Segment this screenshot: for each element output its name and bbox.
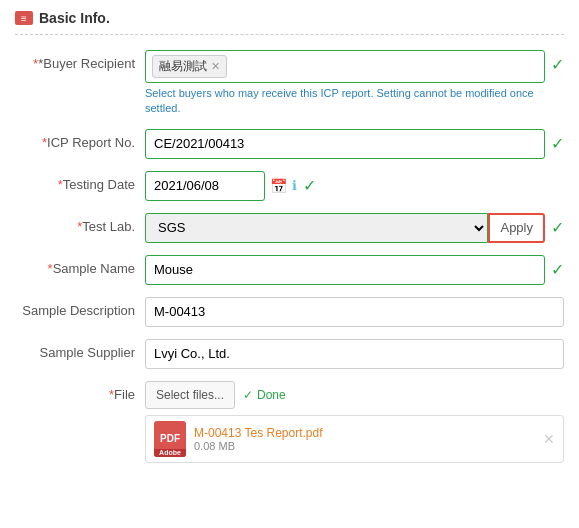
- icp-report-label: *ICP Report No.: [15, 129, 145, 150]
- done-status: ✓ Done: [243, 388, 286, 402]
- file-item: PDF Adobe M-00413 Tes Report.pdf 0.08 MB…: [145, 415, 564, 463]
- file-field: Select files... ✓ Done PDF Adobe M-00413…: [145, 381, 564, 463]
- file-delete-icon[interactable]: ✕: [543, 431, 555, 447]
- file-label: *File: [15, 381, 145, 402]
- sample-description-field: [145, 297, 564, 327]
- icp-report-check-icon: ✓: [551, 129, 564, 153]
- testing-date-label: *Testing Date: [15, 171, 145, 192]
- buyer-recipient-input[interactable]: 融易測試 ✕: [145, 50, 545, 83]
- test-lab-select[interactable]: SGS: [145, 213, 488, 243]
- sample-supplier-label: Sample Supplier: [15, 339, 145, 360]
- sample-name-input[interactable]: [145, 255, 545, 285]
- adobe-bar: Adobe: [154, 449, 186, 457]
- file-size: 0.08 MB: [194, 440, 535, 452]
- file-info: M-00413 Tes Report.pdf 0.08 MB: [194, 426, 535, 452]
- buyer-recipient-row: **Buyer Recipient 融易測試 ✕ Select buyers w…: [15, 50, 564, 117]
- icp-report-input[interactable]: [145, 129, 545, 159]
- sample-name-row: *Sample Name ✓: [15, 255, 564, 285]
- sample-name-label: *Sample Name: [15, 255, 145, 276]
- buyer-recipient-field: 融易測試 ✕ Select buyers who may receive thi…: [145, 50, 564, 117]
- section-icon: ≡: [15, 11, 33, 25]
- pdf-icon: PDF Adobe: [154, 421, 186, 457]
- section-title: Basic Info.: [39, 10, 110, 26]
- select-files-button[interactable]: Select files...: [145, 381, 235, 409]
- buyer-recipient-label: **Buyer Recipient: [15, 50, 145, 71]
- info-icon[interactable]: ℹ: [292, 178, 297, 193]
- test-lab-field: SGS Apply ✓: [145, 213, 564, 243]
- apply-button[interactable]: Apply: [488, 213, 545, 243]
- icp-report-field: ✓: [145, 129, 564, 159]
- sample-supplier-input[interactable]: [145, 339, 564, 369]
- buyer-recipient-hint: Select buyers who may receive this ICP r…: [145, 86, 545, 117]
- done-check-icon: ✓: [243, 388, 253, 402]
- sample-name-check-icon: ✓: [551, 255, 564, 279]
- test-lab-label: *Test Lab.: [15, 213, 145, 234]
- section-header: ≡ Basic Info.: [15, 10, 564, 35]
- buyer-tag: 融易測試 ✕: [152, 55, 227, 78]
- calendar-icon[interactable]: 📅: [270, 178, 287, 194]
- file-row: *File Select files... ✓ Done PDF Adobe M…: [15, 381, 564, 463]
- sample-supplier-row: Sample Supplier: [15, 339, 564, 369]
- testing-date-check-icon: ✓: [303, 171, 316, 195]
- sample-supplier-field: [145, 339, 564, 369]
- tag-close-icon[interactable]: ✕: [211, 61, 220, 72]
- sample-name-field: ✓: [145, 255, 564, 285]
- file-name: M-00413 Tes Report.pdf: [194, 426, 535, 440]
- test-lab-row: *Test Lab. SGS Apply ✓: [15, 213, 564, 243]
- testing-date-row: *Testing Date 📅 ℹ ✓: [15, 171, 564, 201]
- sample-description-row: Sample Description: [15, 297, 564, 327]
- testing-date-input[interactable]: [145, 171, 265, 201]
- buyer-recipient-check-icon: ✓: [551, 50, 564, 74]
- icp-report-row: *ICP Report No. ✓: [15, 129, 564, 159]
- testing-date-field: 📅 ℹ ✓: [145, 171, 564, 201]
- sample-description-label: Sample Description: [15, 297, 145, 318]
- test-lab-check-icon: ✓: [551, 213, 564, 237]
- sample-description-input[interactable]: [145, 297, 564, 327]
